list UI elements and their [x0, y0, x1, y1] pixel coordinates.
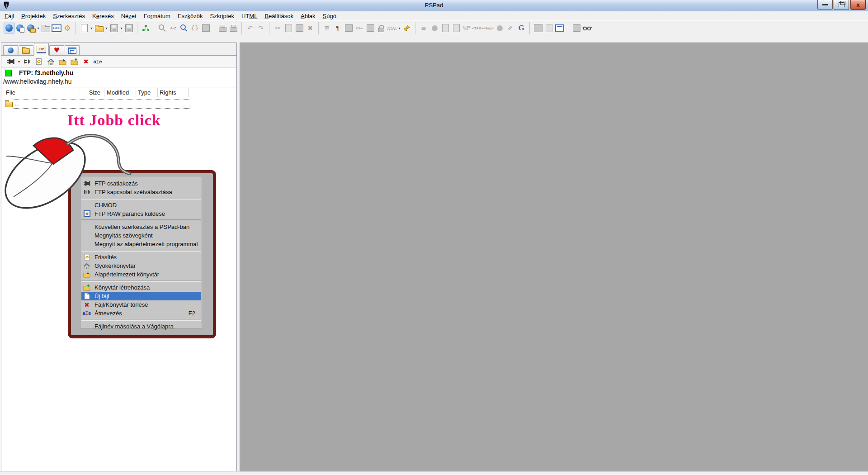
menu-file[interactable]: Fájl	[1, 12, 18, 20]
diff-file-button[interactable]	[451, 23, 462, 33]
menu-tools[interactable]: Eszközök	[174, 12, 207, 20]
menu-item-ftp-raw[interactable]: FTP RAW parancs küldése	[80, 209, 202, 218]
print-button[interactable]	[217, 23, 228, 33]
close-project-button[interactable]	[40, 23, 51, 33]
menu-window[interactable]: Ablak	[297, 12, 319, 20]
save-caret[interactable]: ▼	[119, 27, 123, 30]
menu-settings[interactable]: Beállítások	[261, 12, 297, 20]
column-mode-button[interactable]	[343, 23, 354, 33]
cut-button[interactable]: ✂	[272, 23, 283, 33]
tidy-button[interactable]: ✐	[505, 23, 516, 33]
readonly-button[interactable]	[376, 23, 387, 33]
code-explorer-button[interactable]	[200, 23, 211, 33]
column-header-type[interactable]: Type	[138, 89, 151, 96]
matching-bracket-button[interactable]: {}	[189, 23, 200, 33]
settings-button[interactable]: ⚙	[62, 23, 73, 33]
menu-scripts[interactable]: Szkriptek	[207, 12, 238, 20]
tab-files[interactable]	[19, 45, 33, 55]
menu-item-edit-in-pspad[interactable]: Közvetlen szerkesztés a PSPad-ban	[80, 223, 202, 231]
tab-windows[interactable]	[65, 45, 80, 55]
replace-button[interactable]: A-Z	[168, 23, 179, 33]
window-list-button[interactable]	[571, 23, 582, 33]
ftp-delete-button[interactable]: ✖	[80, 57, 92, 66]
menu-item-create-dir[interactable]: Könyvtár létrehozása	[80, 283, 202, 292]
print-preview-button[interactable]	[228, 23, 239, 33]
menu-item-open-as-text[interactable]: Megnyitás szövegként	[80, 231, 202, 240]
ftp-connect-caret[interactable]: ▼	[17, 60, 21, 63]
spell-caret[interactable]: ▼	[397, 27, 401, 30]
code-settings-button[interactable]: C++	[354, 23, 365, 33]
column-divider[interactable]	[188, 88, 189, 97]
ftp-default-dir-button[interactable]	[57, 57, 68, 66]
project-add-folder-button[interactable]	[25, 23, 36, 33]
log-window-button[interactable]: LOG	[51, 23, 62, 33]
open-file-caret[interactable]: ▼	[104, 27, 108, 30]
ftp-rename-button[interactable]: a⌶e	[92, 57, 104, 66]
paste-button[interactable]	[294, 23, 305, 33]
compare-button[interactable]	[365, 23, 376, 33]
restore-button[interactable]	[834, 0, 849, 10]
text-diff-button[interactable]	[554, 23, 565, 33]
menu-item-ftp-connect[interactable]: FTP csatlakozás	[80, 179, 202, 188]
ftp-connect-button[interactable]	[5, 57, 17, 66]
menu-item-copy-filename[interactable]: Fájlnév másolása a Vágólapra	[80, 322, 202, 331]
column-divider[interactable]	[104, 88, 104, 97]
google-search-button[interactable]: G	[516, 23, 527, 33]
column-header-rights[interactable]: Rights	[160, 89, 176, 96]
menu-item-root-dir[interactable]: Gyökérkönyvtár	[80, 261, 202, 270]
ftp-new-dir-button[interactable]	[68, 57, 80, 66]
new-file-caret[interactable]: ▼	[90, 27, 94, 30]
show-formatting-button[interactable]: ¶	[332, 23, 343, 33]
column-header-size[interactable]: Size	[79, 89, 100, 96]
column-header-file[interactable]: File	[6, 89, 15, 96]
menu-edit[interactable]: Szerkesztés	[49, 12, 89, 20]
save-button[interactable]	[108, 23, 119, 33]
html-to-text-button[interactable]: HTMLTXT	[462, 23, 472, 33]
diff-button[interactable]	[440, 23, 451, 33]
menu-item-ftp-disconnect[interactable]: FTP kapcsolat szétválasztása	[80, 188, 202, 196]
menu-html[interactable]: HTML	[238, 12, 261, 20]
file-row[interactable]: ..	[1, 98, 236, 109]
column-divider[interactable]	[136, 88, 136, 97]
menu-help[interactable]: Súgó	[319, 12, 340, 20]
save-all-button[interactable]	[123, 23, 134, 33]
tab-project[interactable]	[3, 45, 18, 55]
minimize-button[interactable]	[817, 0, 833, 10]
copy-button[interactable]	[283, 23, 294, 33]
project-add-file-button[interactable]	[14, 23, 25, 33]
tab-ftp[interactable]: FTP	[34, 43, 49, 56]
menu-item-delete[interactable]: ✖ Fájl/Könyvtár törlése	[80, 300, 202, 309]
menu-item-open-default-program[interactable]: Megnyit az alapértelmezett programmal	[80, 240, 202, 248]
reformat-button[interactable]: ≡	[418, 23, 429, 33]
delete-button[interactable]: ✖	[305, 23, 316, 33]
open-file-button[interactable]	[94, 23, 104, 33]
validate-button[interactable]	[494, 23, 505, 33]
preview-button[interactable]	[582, 23, 593, 33]
new-file-button[interactable]	[79, 23, 90, 33]
menu-item-chmod[interactable]: CHMOD	[80, 201, 202, 209]
tab-favorites[interactable]: ♥	[49, 45, 64, 55]
menu-format[interactable]: Formátum	[140, 12, 174, 20]
menu-projects[interactable]: Projektek	[18, 12, 49, 20]
search-button[interactable]	[157, 23, 168, 33]
fullscreen-button[interactable]	[533, 23, 543, 33]
ftp-refresh-button[interactable]	[33, 57, 45, 66]
sort-lines-button[interactable]: ≣	[321, 23, 332, 33]
file-name-edit-box[interactable]: ..	[13, 100, 190, 109]
menu-search[interactable]: Keresés	[89, 12, 118, 20]
menu-item-refresh[interactable]: Frissítés	[80, 253, 202, 261]
menu-item-default-dir[interactable]: Alapértelmezett könyvtár	[80, 270, 202, 279]
record-macro-button[interactable]	[429, 23, 440, 33]
menu-view[interactable]: Nézet	[118, 12, 140, 20]
find-in-files-button[interactable]	[179, 23, 189, 33]
file-explorer-button[interactable]	[140, 23, 151, 33]
column-divider[interactable]	[157, 88, 158, 97]
menu-item-rename[interactable]: a⌶e Átnevezés F2	[80, 309, 202, 318]
column-header-modified[interactable]: Modified	[107, 89, 129, 96]
stay-on-top-button[interactable]	[401, 23, 412, 33]
undo-button[interactable]: ↶	[245, 23, 255, 33]
tag-upper-button[interactable]: <TAG>	[472, 23, 483, 33]
open-project-button[interactable]	[4, 23, 14, 33]
project-dropdown-caret[interactable]: ▼	[36, 27, 40, 30]
ftp-disconnect-button[interactable]	[21, 57, 33, 66]
